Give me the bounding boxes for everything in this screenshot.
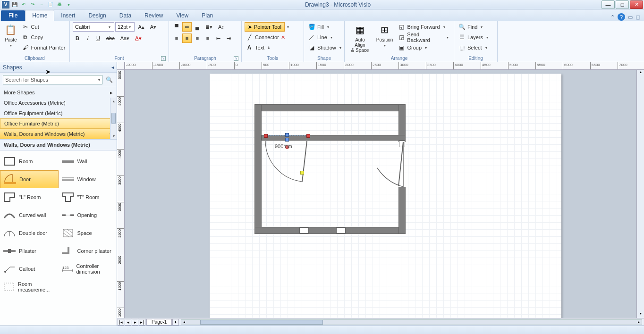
hscroll-left-icon[interactable]: ◂: [181, 320, 187, 325]
open-icon[interactable]: 📄: [47, 1, 54, 8]
shape-pilaster[interactable]: Pilaster: [0, 242, 59, 260]
door-selected[interactable]: [265, 135, 313, 183]
horizontal-ruler[interactable]: -2000-1500-1000-500050010001500200025003…: [125, 62, 644, 70]
shrink-font-button[interactable]: A▾: [148, 22, 159, 32]
window-bottom-2[interactable]: [336, 227, 346, 234]
pointer-tool-button[interactable]: ➤Pointer Tool: [245, 22, 285, 32]
grow-font-button[interactable]: A▴: [136, 22, 146, 32]
text-tool-button[interactable]: AText⬍: [245, 43, 272, 52]
page-prev-button[interactable]: ◂: [125, 319, 131, 326]
shadow-button[interactable]: ◪Shadow▾: [307, 43, 344, 52]
shape-wall[interactable]: Wall: [59, 152, 117, 170]
vertical-ruler[interactable]: 5500500045004000350030002500200015001000: [117, 70, 125, 318]
wall-bottom[interactable]: [254, 227, 406, 234]
redo-icon[interactable]: ↷: [29, 1, 36, 8]
new-icon[interactable]: ▫: [38, 1, 45, 8]
connector-button[interactable]: ╱Connector✕: [245, 33, 286, 42]
shape-room[interactable]: Room: [0, 152, 59, 170]
tab-design[interactable]: Design: [82, 10, 112, 21]
strike-button[interactable]: abc: [104, 33, 117, 43]
vertical-scrollbar[interactable]: ▴ ▾: [636, 70, 644, 318]
font-color-button[interactable]: A▾: [133, 33, 144, 43]
handle-nw[interactable]: [264, 134, 268, 138]
cat-walls-doors-windows[interactable]: Walls, Doors and Windows (Metric)▾: [0, 129, 117, 139]
align-middle-button[interactable]: ═: [182, 22, 192, 32]
horizontal-scrollbar[interactable]: ◂ ▸: [181, 319, 642, 325]
underline-button[interactable]: U: [93, 33, 103, 43]
position-button[interactable]: ⊞Position▾: [374, 22, 395, 49]
category-scrollbar[interactable]: ▴ ▾: [110, 98, 117, 139]
align-left-button[interactable]: ≡: [172, 33, 181, 43]
case-button[interactable]: Aa▾: [118, 33, 132, 43]
find-button[interactable]: 🔍Find▾: [457, 22, 485, 32]
window-bottom-1[interactable]: [299, 227, 309, 234]
save-icon[interactable]: 💾: [11, 1, 18, 8]
cut-button[interactable]: ✂Cut: [21, 22, 67, 32]
new-page-button[interactable]: ✦: [172, 319, 179, 326]
bullets-button[interactable]: ≣▾: [203, 22, 215, 32]
panel-collapse-icon[interactable]: ◂: [111, 65, 114, 70]
font-launcher[interactable]: ↘: [161, 56, 166, 61]
ribbon-collapse-icon[interactable]: ▭: [628, 14, 633, 20]
inc-indent-button[interactable]: ⇥: [224, 33, 233, 43]
shape-door[interactable]: Door: [0, 170, 59, 188]
close-button[interactable]: ✕: [630, 0, 643, 9]
tab-insert[interactable]: Insert: [54, 10, 82, 21]
cat-office-furniture[interactable]: Office Furniture (Metric): [0, 118, 117, 129]
line-button[interactable]: ／Line▾: [307, 33, 335, 42]
text-direction-button[interactable]: A↕: [216, 22, 227, 32]
align-center-button[interactable]: ≡: [182, 33, 192, 43]
select-button[interactable]: ⬚Select▾: [457, 43, 490, 52]
maximize-button[interactable]: □: [616, 0, 629, 9]
send-backward-button[interactable]: ◲Send Backward▾: [397, 33, 451, 42]
handle-rot[interactable]: [285, 138, 289, 142]
cat-office-accessories[interactable]: Office Accessories (Metric): [0, 98, 117, 108]
tab-file[interactable]: File: [1, 10, 25, 21]
shape-double-door[interactable]: Double door: [0, 224, 59, 242]
wall-left[interactable]: [254, 104, 262, 234]
page-tab-1[interactable]: Page-1: [146, 319, 172, 326]
copy-button[interactable]: ⧉Copy: [21, 33, 67, 42]
shapes-search-input[interactable]: Search for Shapes▾: [3, 75, 102, 84]
align-bottom-button[interactable]: ▄: [193, 22, 202, 32]
scroll-thumb[interactable]: [111, 113, 116, 124]
door-right[interactable]: [377, 142, 424, 189]
ribbon-min-icon[interactable]: ⌃: [610, 14, 615, 20]
shape-window[interactable]: Window: [59, 170, 117, 188]
align-top-button[interactable]: ▀: [172, 22, 181, 32]
scroll-up-icon[interactable]: ▴: [110, 98, 117, 104]
print-icon[interactable]: 🖶: [56, 1, 63, 8]
dec-indent-button[interactable]: ⇤: [213, 33, 223, 43]
wall-right-lower[interactable]: [398, 187, 406, 234]
handle-ne[interactable]: [306, 134, 310, 138]
tab-view[interactable]: View: [169, 10, 195, 21]
fill-button[interactable]: 🪣Fill▾: [307, 22, 331, 32]
page-last-button[interactable]: ▸|: [139, 319, 145, 326]
tab-home[interactable]: Home: [25, 10, 54, 21]
shape-opening[interactable]: Opening: [59, 206, 117, 224]
minimize-button[interactable]: —: [602, 0, 615, 9]
ribbon-expand-icon[interactable]: ▢: [636, 14, 640, 20]
help-icon[interactable]: ?: [618, 13, 625, 21]
pointer-dd[interactable]: ▾: [286, 25, 290, 29]
search-go-button[interactable]: 🔍: [104, 75, 114, 84]
align-right-button[interactable]: ≡: [193, 33, 202, 43]
scroll-down-icon[interactable]: ▾: [110, 133, 117, 139]
font-size-select[interactable]: 12pt▾: [115, 22, 135, 32]
shape--t-room[interactable]: "T" Room: [59, 188, 117, 206]
italic-button[interactable]: I: [83, 33, 93, 43]
shape-space[interactable]: Space: [59, 224, 117, 242]
page-next-button[interactable]: ▸: [132, 319, 138, 326]
tab-review[interactable]: Review: [138, 10, 169, 21]
shape-callout[interactable]: Callout: [0, 260, 59, 278]
paste-button[interactable]: 📋 Paste ▾: [3, 22, 19, 49]
tab-data[interactable]: Data: [113, 10, 138, 21]
vscroll-down-icon[interactable]: ▾: [637, 311, 644, 318]
font-name-select[interactable]: Calibri▾: [73, 22, 114, 32]
cat-office-equipment[interactable]: Office Equipment (Metric): [0, 108, 117, 118]
page-first-button[interactable]: |◂: [118, 319, 124, 326]
shape-corner-pilaster[interactable]: Corner pilaster: [59, 242, 117, 260]
bring-forward-button[interactable]: ◱Bring Forward▾: [397, 22, 451, 32]
autoalign-button[interactable]: ▦Auto Align& Space: [347, 22, 373, 54]
drawing-scroll-area[interactable]: 900mm ▴ ▾: [125, 70, 644, 318]
